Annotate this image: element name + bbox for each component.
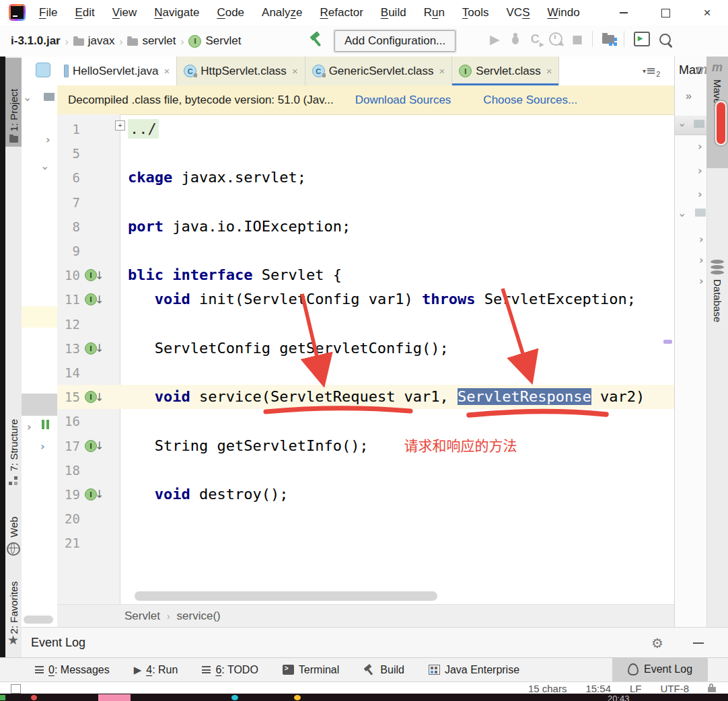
minimize-panel-icon[interactable]: [693, 642, 704, 644]
chevron-down-icon[interactable]: ›: [40, 166, 50, 171]
menu-item[interactable]: Refactor: [320, 6, 363, 20]
taskbar-app-icon[interactable]: [231, 695, 238, 700]
coverage-icon[interactable]: C: [531, 32, 540, 46]
code-editor[interactable]: ../ckage javax.servlet;port java.io.IOEx…: [57, 114, 674, 604]
tool-window-button[interactable]: Java Enterprise: [429, 664, 519, 676]
toolwindow-toggle-icon[interactable]: [11, 684, 21, 694]
chevron-right-icon[interactable]: ›: [699, 276, 704, 287]
profiler-icon[interactable]: [549, 32, 562, 46]
menu-item[interactable]: View: [112, 6, 137, 20]
editor-tab[interactable]: HttpServlet.class×: [177, 57, 305, 85]
favorites-star-icon[interactable]: ★: [7, 634, 19, 647]
breadcrumb-item[interactable]: i-3.1.0.jar: [1, 34, 61, 48]
tool-window-button[interactable]: Terminal: [283, 664, 339, 676]
line-separator-indicator[interactable]: LF: [630, 683, 642, 694]
taskbar-app-icon[interactable]: [31, 695, 37, 700]
build-project-icon[interactable]: [308, 32, 326, 49]
chevron-right-icon[interactable]: ›: [698, 165, 702, 176]
tab-list-dropdown[interactable]: ▾ ≡ 2: [643, 63, 660, 78]
encoding-indicator[interactable]: UTF-8: [661, 683, 690, 694]
minimize-icon: [620, 12, 628, 13]
chevron-right-icon[interactable]: ›: [46, 135, 50, 145]
chevron-right-icon[interactable]: ›: [27, 422, 32, 433]
breadcrumb-item[interactable]: ›javax: [61, 34, 115, 48]
sidebar-item-favorites[interactable]: 2: Favorites: [5, 564, 22, 634]
menu-item[interactable]: Windo: [548, 6, 580, 20]
tab-close-icon[interactable]: ×: [546, 65, 552, 77]
menu-item[interactable]: Edit: [75, 6, 94, 20]
event-log-button[interactable]: Event Log: [612, 657, 708, 681]
chevron-right-icon[interactable]: ›: [699, 255, 704, 266]
sidebar-item-project[interactable]: 1: Project: [5, 58, 22, 147]
navigation-breadcrumb: i-3.1.0.jar ›javax ›servlet ›Servlet: [1, 34, 241, 48]
menu-item[interactable]: Code: [217, 6, 244, 20]
file-icon: [36, 63, 50, 77]
lock-icon[interactable]: [708, 687, 716, 692]
chevron-down-icon[interactable]: ›: [22, 98, 33, 102]
sidebar-item-web[interactable]: Web: [5, 496, 22, 558]
project-panel-strip[interactable]: › › › › ›: [22, 57, 58, 627]
hide-panel-icon[interactable]: »: [686, 90, 692, 102]
menu-item[interactable]: Run: [424, 6, 445, 20]
editor-tab[interactable]: HelloServlet.java×: [57, 57, 177, 85]
editor-tab[interactable]: GenericServlet.class×: [305, 57, 453, 85]
tool-window-button[interactable]: 4: Run: [134, 664, 178, 676]
run-icon[interactable]: ▶: [490, 32, 500, 46]
code-segment: ServletException;: [476, 291, 636, 307]
tool-window-button[interactable]: Build: [363, 664, 404, 676]
breadcrumb-method[interactable]: service(): [177, 610, 221, 623]
taskbar-app-icon[interactable]: [294, 695, 301, 700]
maven-logo: m: [712, 61, 723, 75]
menu-item[interactable]: Build: [381, 6, 406, 20]
breadcrumb-item[interactable]: ›Servlet: [176, 34, 241, 48]
close-button[interactable]: ×: [686, 0, 728, 26]
debug-bug-icon[interactable]: [509, 32, 521, 46]
panel-scrollbar[interactable]: [24, 616, 53, 624]
stop-icon[interactable]: ■: [572, 32, 583, 46]
download-sources-link[interactable]: Download Sources: [355, 94, 451, 107]
sidebar-item-structure[interactable]: 7: Structure: [5, 397, 22, 488]
minimize-button[interactable]: [603, 0, 645, 26]
breadcrumb-separator: ›: [167, 611, 170, 622]
menu-item-mnemonic: E: [75, 6, 82, 19]
choose-sources-link[interactable]: Choose Sources...: [483, 94, 577, 107]
tab-close-icon[interactable]: ×: [439, 65, 445, 77]
sidebar-item-database[interactable]: Database: [706, 256, 728, 381]
add-configuration-button[interactable]: Add Configuration...: [334, 30, 456, 52]
chevron-down-icon[interactable]: ›: [677, 213, 688, 218]
taskbar-app-icon[interactable]: [0, 695, 5, 700]
menu-item[interactable]: Tools: [462, 6, 489, 20]
chevron-right-icon[interactable]: ›: [698, 189, 702, 200]
code-segment: service(ServletRequest var1,: [190, 388, 458, 405]
project-structure-icon[interactable]: [602, 35, 614, 44]
tool-window-button[interactable]: 6: TODO: [202, 664, 258, 676]
gear-icon[interactable]: ⚙: [651, 635, 663, 651]
run-anything-icon[interactable]: [634, 32, 650, 46]
menu-item[interactable]: VCS: [507, 6, 530, 20]
horizontal-scrollbar[interactable]: [135, 591, 437, 601]
menu-item-label: iew: [120, 6, 137, 19]
menu-item[interactable]: Navigate: [154, 6, 199, 20]
editor-tab[interactable]: Servlet.class×: [452, 57, 559, 85]
maven-panel: Mav m » › › › › › › › ›: [674, 57, 707, 627]
breadcrumb-item[interactable]: ›servlet: [114, 34, 176, 48]
tool-window-label: : Messages: [54, 664, 110, 675]
breadcrumb-separator: ›: [65, 36, 69, 47]
menu-item[interactable]: File: [39, 6, 57, 20]
caret-position-indicator[interactable]: 15:54: [585, 683, 611, 694]
menu-item-mnemonic: z: [291, 6, 297, 19]
tab-close-icon[interactable]: ×: [292, 65, 298, 77]
hidden-tab-count: 2: [656, 70, 660, 78]
maximize-button[interactable]: [645, 0, 686, 26]
idea-logo-icon: [9, 4, 26, 21]
search-everywhere-icon[interactable]: [659, 34, 671, 45]
menu-item[interactable]: Analyze: [262, 6, 303, 20]
web-tool-label: Web: [8, 517, 20, 538]
chevron-down-icon[interactable]: ›: [677, 123, 688, 128]
tool-window-button[interactable]: 0: Messages: [35, 664, 110, 676]
chevron-right-icon[interactable]: ›: [698, 141, 702, 152]
tab-close-icon[interactable]: ×: [164, 65, 170, 77]
taskbar-app-icon[interactable]: [98, 694, 131, 701]
chevron-right-icon[interactable]: ›: [699, 234, 704, 245]
breadcrumb-class[interactable]: Servlet: [124, 610, 160, 623]
